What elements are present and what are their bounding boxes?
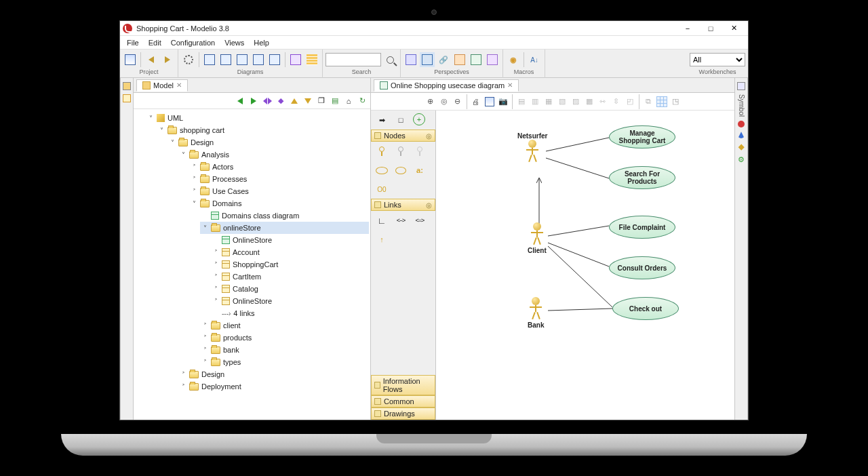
usecase-file[interactable]: File Complaint bbox=[609, 216, 675, 239]
align-left-icon[interactable]: ▤ bbox=[515, 96, 528, 108]
actor-client[interactable]: Client bbox=[528, 222, 547, 254]
red-marker-icon[interactable] bbox=[738, 121, 745, 127]
minimize-button[interactable]: − bbox=[676, 21, 699, 36]
menu-help[interactable]: Help bbox=[250, 37, 273, 48]
macros-sort-icon[interactable]: A↓ bbox=[527, 52, 542, 67]
nav-fwd-icon[interactable] bbox=[248, 96, 259, 106]
generalization-tool-icon[interactable]: ↑ bbox=[375, 233, 389, 246]
diagram-icon-2[interactable] bbox=[218, 52, 233, 67]
align-right-icon[interactable]: ▦ bbox=[542, 96, 555, 108]
close-icon[interactable]: ✕ bbox=[176, 81, 182, 89]
palette-links-header[interactable]: Links◎ bbox=[371, 199, 435, 211]
print-icon[interactable]: 🖨 bbox=[470, 96, 482, 108]
tree-shopping-cart[interactable]: shopping cart bbox=[180, 126, 224, 134]
align-middle-icon[interactable]: ▨ bbox=[570, 96, 582, 108]
actor-disabled-icon[interactable] bbox=[413, 144, 427, 158]
usecase-tool-icon[interactable] bbox=[375, 163, 389, 177]
tree-analysis[interactable]: Analysis bbox=[201, 151, 229, 159]
trim-icon-1[interactable] bbox=[123, 82, 131, 90]
perspective-icon-1[interactable] bbox=[403, 52, 418, 67]
tools-icon[interactable] bbox=[181, 52, 196, 67]
menu-views[interactable]: Views bbox=[220, 37, 248, 48]
search-input[interactable] bbox=[326, 53, 381, 66]
pointer-tool-icon[interactable]: ➡ bbox=[375, 113, 389, 127]
nav-tree-icon[interactable]: ▤ bbox=[330, 96, 340, 106]
diagram-icon-4[interactable] bbox=[251, 52, 266, 67]
zoom-out-icon[interactable]: ⊖ bbox=[452, 96, 464, 108]
grid-toggle-icon[interactable] bbox=[656, 96, 668, 108]
usecase-search[interactable]: Search For Products bbox=[609, 166, 675, 189]
tree-design-outer[interactable]: Design bbox=[191, 138, 214, 146]
tree-processes[interactable]: Processes bbox=[212, 175, 247, 183]
zoom-reset-icon[interactable]: ◎ bbox=[438, 96, 450, 108]
usecase-manage[interactable]: Manage Shopping Cart bbox=[609, 125, 675, 148]
save-icon[interactable] bbox=[123, 52, 138, 67]
nav-down-icon[interactable] bbox=[302, 96, 313, 106]
palette-common-header[interactable]: Common bbox=[371, 395, 435, 408]
perspective-icon-2[interactable] bbox=[420, 52, 435, 67]
dist-h-icon[interactable]: ⇿ bbox=[597, 96, 609, 108]
redo-icon[interactable] bbox=[160, 52, 175, 67]
tree-design[interactable]: Design bbox=[201, 370, 224, 378]
add-tool-icon[interactable]: + bbox=[413, 113, 425, 125]
close-icon[interactable]: ✕ bbox=[507, 81, 513, 89]
editor-tab[interactable]: Online Shopping usecase diagram ✕ bbox=[374, 79, 519, 92]
diagram-canvas[interactable]: Netsurfer Client Bank Manage Shopping Ca… bbox=[436, 111, 734, 420]
blue-marker-icon[interactable] bbox=[738, 132, 745, 138]
fit-icon[interactable]: ◳ bbox=[669, 96, 682, 108]
usecase-consult[interactable]: Consult Orders bbox=[609, 256, 675, 279]
model-tree[interactable]: ˅UML ˅shopping cart ˅Design ˅Analysis ˃A… bbox=[134, 109, 370, 420]
extend-tool-icon[interactable]: <=> bbox=[413, 214, 427, 227]
close-button[interactable]: ✕ bbox=[722, 21, 745, 36]
diagram-icon-1[interactable] bbox=[202, 52, 217, 67]
menu-file[interactable]: File bbox=[123, 37, 143, 48]
perspective-icon-5[interactable] bbox=[485, 52, 500, 67]
perspective-link-icon[interactable]: 🔗 bbox=[436, 52, 451, 67]
same-size-icon[interactable]: ◰ bbox=[624, 96, 636, 108]
perspective-icon-3[interactable] bbox=[452, 52, 467, 67]
snapshot-icon[interactable]: 📷 bbox=[497, 96, 509, 108]
nav-updown-icon[interactable] bbox=[262, 96, 273, 106]
tree-actors[interactable]: Actors bbox=[212, 163, 233, 171]
tree-shoppingcart[interactable]: ShoppingCart bbox=[233, 260, 278, 269]
tree-onlinestore-class[interactable]: OnlineStore bbox=[233, 297, 272, 305]
boundary-tool-icon[interactable] bbox=[394, 163, 408, 177]
yellow-marker-icon[interactable]: ◆ bbox=[738, 142, 744, 151]
dist-v-icon[interactable]: ⇳ bbox=[610, 96, 623, 108]
align-center-icon[interactable]: ▥ bbox=[529, 96, 541, 108]
tree-domains[interactable]: Domains bbox=[212, 199, 241, 207]
tree-cartitem[interactable]: CartItem bbox=[233, 273, 261, 281]
tree-catalog[interactable]: Catalog bbox=[233, 285, 258, 293]
tree-root[interactable]: UML bbox=[167, 114, 183, 122]
save-diagram-icon[interactable] bbox=[484, 96, 496, 108]
oo-tool-icon[interactable]: O0 bbox=[375, 182, 389, 196]
align-top-icon[interactable]: ▧ bbox=[556, 96, 568, 108]
label-tool-icon[interactable]: a: bbox=[413, 163, 427, 177]
actor-netsurfer[interactable]: Netsurfer bbox=[517, 131, 547, 163]
tree-usecases[interactable]: Use Cases bbox=[212, 187, 249, 195]
diagram-icon-6[interactable] bbox=[288, 52, 303, 67]
tree-4links[interactable]: 4 links bbox=[233, 309, 254, 317]
nav-purple-icon[interactable]: ◆ bbox=[275, 96, 286, 106]
include-tool-icon[interactable]: <--> bbox=[394, 214, 408, 227]
nav-back-icon[interactable] bbox=[235, 96, 245, 106]
nav-copy-icon[interactable]: ❐ bbox=[316, 96, 327, 106]
nav-up-icon[interactable] bbox=[289, 96, 300, 106]
diagram-icon-3[interactable] bbox=[235, 52, 250, 67]
layers-icon[interactable]: ⧉ bbox=[642, 96, 654, 108]
actor-secondary-icon[interactable] bbox=[394, 144, 408, 158]
perspective-icon-4[interactable] bbox=[469, 52, 484, 67]
macros-icon-1[interactable]: ◉ bbox=[506, 52, 521, 67]
tree-client[interactable]: client bbox=[223, 321, 241, 330]
usecase-checkout[interactable]: Check out bbox=[612, 297, 679, 320]
palette-iflows-header[interactable]: Information Flows bbox=[371, 375, 435, 395]
trim-prop-icon[interactable] bbox=[737, 82, 745, 90]
search-icon[interactable] bbox=[382, 52, 397, 67]
model-tab[interactable]: Model ✕ bbox=[136, 79, 188, 92]
tree-types[interactable]: types bbox=[223, 358, 241, 366]
trim-icon-2[interactable] bbox=[123, 94, 131, 102]
palette-nodes-header[interactable]: Nodes◎ bbox=[371, 130, 435, 142]
zoom-in-icon[interactable]: ⊕ bbox=[425, 96, 437, 108]
palette-drawings-header[interactable]: Drawings bbox=[371, 408, 435, 420]
tree-onlinestore-pkg[interactable]: onlineStore bbox=[223, 224, 261, 232]
